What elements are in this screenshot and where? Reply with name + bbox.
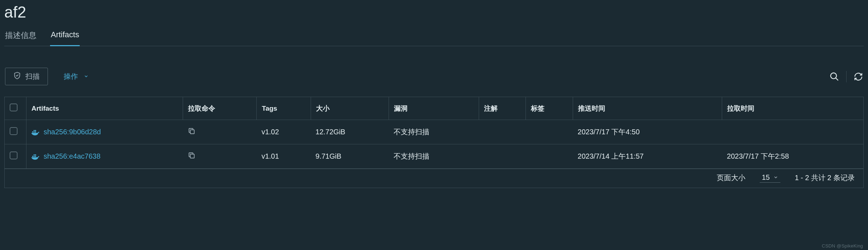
svg-rect-5	[35, 130, 36, 131]
chevron-down-icon	[773, 173, 778, 182]
tab-description[interactable]: 描述信息	[4, 28, 37, 46]
chevron-down-icon	[84, 72, 89, 81]
shield-check-icon	[13, 72, 21, 81]
page-size-value: 15	[762, 173, 770, 182]
cell-labels	[526, 144, 573, 169]
refresh-icon[interactable]	[853, 71, 864, 82]
table-row: sha256:e4ac7638v1.019.71GiB不支持扫描2023/7/1…	[5, 144, 863, 169]
svg-rect-1	[32, 131, 33, 133]
cell-push: 2023/7/14 上午11:57	[573, 144, 722, 169]
cell-tag: v1.01	[256, 144, 310, 169]
docker-icon	[31, 154, 39, 159]
table-header-row: Artifacts 拉取命令 Tags 大小 漏洞 注解 标签 推送时间 拉取时…	[5, 97, 863, 120]
artifacts-table: Artifacts 拉取命令 Tags 大小 漏洞 注解 标签 推送时间 拉取时…	[4, 97, 864, 169]
cell-size: 9.71GiB	[311, 144, 389, 169]
watermark: CSDN @SpikeKing	[822, 243, 863, 249]
svg-rect-12	[191, 154, 194, 158]
scan-button-label: 扫描	[25, 72, 40, 81]
scan-button[interactable]: 扫描	[5, 68, 48, 85]
select-all-checkbox[interactable]	[10, 104, 18, 111]
svg-rect-7	[32, 156, 33, 157]
col-vuln: 漏洞	[389, 97, 478, 120]
cell-labels	[526, 120, 573, 144]
cell-push: 2023/7/17 下午4:50	[573, 120, 722, 144]
tabs: 描述信息 Artifacts	[4, 28, 864, 46]
svg-rect-11	[35, 154, 36, 155]
cell-vuln: 不支持扫描	[389, 144, 478, 169]
cell-annot	[479, 120, 526, 144]
page-size-label: 页面大小	[717, 173, 745, 183]
ops-dropdown[interactable]: 操作	[64, 72, 89, 81]
col-push: 推送时间	[573, 97, 722, 120]
svg-rect-9	[35, 156, 36, 157]
cell-annot	[479, 144, 526, 169]
svg-rect-10	[34, 154, 35, 155]
artifact-link[interactable]: sha256:e4ac7638	[44, 152, 100, 160]
search-icon[interactable]	[829, 71, 840, 82]
col-annot: 注解	[479, 97, 526, 120]
tab-artifacts[interactable]: Artifacts	[50, 28, 80, 46]
table-footer: 页面大小 15 1 - 2 共计 2 条记录	[4, 169, 864, 188]
col-pull: 拉取命令	[183, 97, 256, 120]
cell-size: 12.72GiB	[311, 120, 389, 144]
cell-vuln: 不支持扫描	[389, 120, 478, 144]
cell-pull	[722, 120, 863, 144]
col-tags: Tags	[256, 97, 310, 120]
svg-point-0	[831, 73, 837, 78]
page-range: 1 - 2 共计 2 条记录	[795, 173, 855, 183]
row-checkbox[interactable]	[10, 127, 18, 135]
docker-icon	[31, 129, 39, 135]
table-row: sha256:9b06d28dv1.0212.72GiB不支持扫描2023/7/…	[5, 120, 863, 144]
col-pulltime: 拉取时间	[722, 97, 863, 120]
artifact-link[interactable]: sha256:9b06d28d	[44, 128, 101, 136]
copy-icon[interactable]	[188, 127, 196, 135]
svg-rect-3	[35, 131, 36, 133]
page-size-select[interactable]: 15	[760, 173, 780, 183]
copy-icon[interactable]	[188, 152, 196, 159]
row-checkbox[interactable]	[10, 152, 18, 159]
page-title: af2	[4, 4, 864, 20]
col-artifacts: Artifacts	[26, 97, 183, 120]
svg-rect-2	[34, 131, 35, 133]
cell-pull: 2023/7/17 下午2:58	[722, 144, 863, 169]
svg-rect-8	[34, 156, 35, 157]
ops-label: 操作	[64, 72, 78, 81]
svg-rect-4	[34, 130, 35, 131]
col-labels: 标签	[526, 97, 573, 120]
toolbar: 扫描 操作	[4, 68, 864, 85]
cell-tag: v1.02	[256, 120, 310, 144]
col-size: 大小	[311, 97, 389, 120]
divider	[846, 71, 847, 82]
svg-rect-6	[191, 130, 194, 134]
